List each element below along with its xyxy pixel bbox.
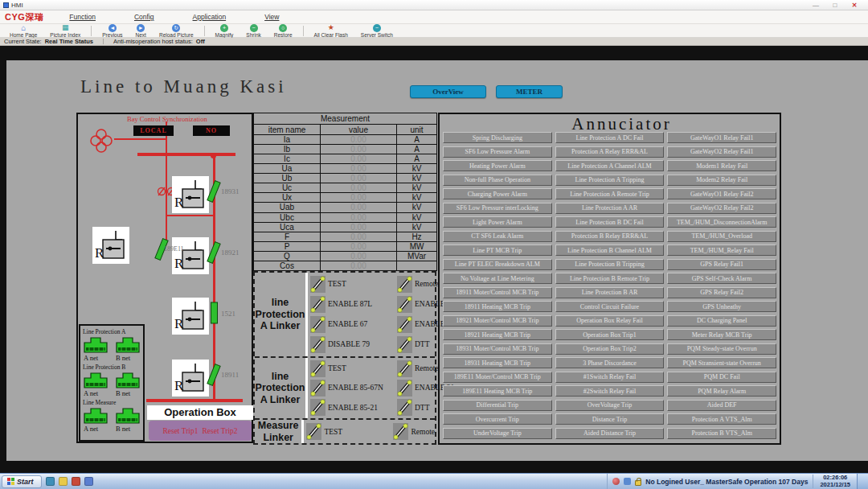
alarm-tile[interactable]: Line PT ELEC Breakdown ALM xyxy=(443,259,552,270)
alarm-tile[interactable]: GPS Relay Fail1 xyxy=(667,259,776,270)
alarm-tile[interactable]: Line Protection A Remote Trip xyxy=(555,188,665,199)
breaker-18931[interactable]: R xyxy=(172,176,209,213)
alarm-tile[interactable]: 189E11 Heating MCB Trip xyxy=(443,385,552,397)
alarm-tile[interactable]: 189E11 Moter/Control MCB Trip xyxy=(443,372,552,383)
alarm-tile[interactable]: Line Protection A DC Fail xyxy=(555,132,665,143)
alarm-tile[interactable]: Operation Box Trip1 xyxy=(555,329,665,340)
alarm-tile[interactable]: PQM Relay Alarm xyxy=(667,385,776,397)
alarm-tile[interactable]: Overcurrent Trip xyxy=(443,413,552,425)
quick-launch-icon[interactable] xyxy=(59,477,68,486)
alarm-tile[interactable]: Aided DEF xyxy=(667,400,776,411)
alarm-tile[interactable]: GateWayO1 Relay Fail1 xyxy=(667,132,776,143)
alarm-tile[interactable]: CT SF6 Leak Alarm xyxy=(443,231,552,242)
alarm-tile[interactable]: PQM Steady-state Overrun xyxy=(667,343,776,355)
quick-launch-icon[interactable] xyxy=(84,477,93,486)
alarm-tile[interactable]: Non-full Phase Operation xyxy=(443,175,552,186)
alarm-tile[interactable]: 3 Phase Discordance xyxy=(555,357,665,368)
alarm-tile[interactable]: Protection A VTS_Alm xyxy=(667,413,776,425)
minimize-button[interactable]: — xyxy=(810,2,821,9)
disconnector-18921-icon[interactable] xyxy=(207,240,221,265)
toolbar-button-next[interactable]: ►Next xyxy=(129,24,153,38)
toolbar-button-reload[interactable]: ↻Reload Picture xyxy=(153,24,200,38)
alarm-tile[interactable]: Protection A Relay ERR&AL xyxy=(555,146,665,158)
toolbar-button-magnify[interactable]: +Magnify xyxy=(209,24,240,38)
alarm-tile[interactable]: Meter Relay MCB Trip xyxy=(667,329,776,340)
alarm-tile[interactable]: 18921 Heating MCB Trip xyxy=(443,329,552,340)
linker-switch-icon[interactable] xyxy=(310,399,326,416)
alarm-tile[interactable]: Distance Trip xyxy=(555,413,665,425)
alarm-tile[interactable]: Modem2 Relay Fail xyxy=(667,175,776,186)
no-indicator[interactable]: NO xyxy=(193,125,230,136)
meter-button[interactable]: METER xyxy=(496,85,563,98)
linker-switch-icon[interactable] xyxy=(397,360,412,377)
alarm-tile[interactable]: Line Protection B Remote Trip xyxy=(555,273,665,284)
alarm-tile[interactable]: Line Protection A AR xyxy=(555,203,665,214)
alarm-tile[interactable]: Differential Trip xyxy=(443,400,552,411)
alarm-tile[interactable]: 18911 Moter/Control MCB Trip xyxy=(443,287,552,298)
alarm-tile[interactable]: 18931 Moter/Control MCB Trip xyxy=(443,343,552,355)
alarm-tile[interactable]: Modem1 Relay Fail xyxy=(667,160,776,171)
breaker-18911[interactable]: R xyxy=(172,360,209,397)
disconnector-1521-icon[interactable] xyxy=(207,302,222,324)
toolbar-button-server-switch[interactable]: −Server Switch xyxy=(354,24,399,38)
alarm-tile[interactable]: Aided Distance Trip xyxy=(555,428,665,439)
linker-switch-icon[interactable] xyxy=(310,296,326,313)
menu-item-view[interactable]: View xyxy=(264,13,279,21)
alarm-tile[interactable]: Operation Box Trip2 xyxy=(555,343,665,355)
disconnector-18911-icon[interactable] xyxy=(207,363,221,387)
linker-switch-icon[interactable] xyxy=(310,336,326,353)
local-indicator[interactable]: LOCAL xyxy=(133,125,174,136)
alarm-tile[interactable]: Line Protection B Channel ALM xyxy=(555,244,665,256)
alarm-tile[interactable]: Line Protection A Tripping xyxy=(555,175,665,186)
tray-alarm-icon[interactable] xyxy=(612,478,620,485)
tray-network-icon[interactable] xyxy=(624,478,631,485)
alarm-tile[interactable]: TEM_/HUM_Overload xyxy=(667,231,776,242)
alarm-tile[interactable]: Charging Power Alarm xyxy=(443,188,552,199)
linker-switch-icon[interactable] xyxy=(306,423,321,440)
alarm-tile[interactable]: OverVoltage Trip xyxy=(555,400,665,411)
linker-switch-icon[interactable] xyxy=(397,336,412,353)
alarm-tile[interactable]: GateWayO2 Relay Fail2 xyxy=(667,203,776,214)
alarm-tile[interactable]: Line PT MCB Trip xyxy=(443,244,552,256)
menu-item-config[interactable]: Config xyxy=(134,13,154,21)
alarm-tile[interactable]: SF6 Low Pressure interLocking xyxy=(443,203,552,214)
alarm-tile[interactable]: TEM_/HUM_Relay Fail xyxy=(667,244,776,256)
alarm-tile[interactable]: GPS Relay Fail2 xyxy=(667,287,776,298)
linker-switch-icon[interactable] xyxy=(310,316,326,333)
breaker-1521[interactable]: R xyxy=(172,298,209,335)
reset-trip-button[interactable]: Reset Trip1 xyxy=(162,427,198,435)
alarm-tile[interactable]: Line Protection B AR xyxy=(555,287,665,298)
alarm-tile[interactable]: Spring Discharging xyxy=(443,132,552,143)
close-button[interactable]: ✕ xyxy=(849,2,860,9)
linker-switch-icon[interactable] xyxy=(310,360,326,377)
alarm-tile[interactable]: Heating Power Alarm xyxy=(443,160,552,171)
linker-switch-icon[interactable] xyxy=(310,380,326,397)
menu-item-application[interactable]: Application xyxy=(193,13,227,21)
alarm-tile[interactable]: #1Switch Relay Fail xyxy=(555,372,665,383)
linker-switch-icon[interactable] xyxy=(310,276,326,293)
alarm-tile[interactable]: UnderVoltage Trip xyxy=(443,428,552,439)
alarm-tile[interactable]: No Voltage at Line Metering xyxy=(443,273,552,284)
disconnector-18931-icon[interactable] xyxy=(207,179,221,203)
alarm-tile[interactable]: PQM DC Fail xyxy=(667,372,776,383)
menu-item-function[interactable]: Function xyxy=(69,13,96,21)
alarm-tile[interactable]: Line Protection B Tripping xyxy=(555,259,665,270)
alarm-tile[interactable]: Operation Box Relay Fail xyxy=(555,315,665,327)
alarm-tile[interactable]: GPS Self-Check Alarm xyxy=(667,273,776,284)
breaker-18921[interactable]: R xyxy=(172,237,209,274)
linker-switch-icon[interactable] xyxy=(397,276,412,293)
alarm-tile[interactable]: #2Switch Relay Fail xyxy=(555,385,665,397)
show-desktop-button[interactable] xyxy=(857,474,868,489)
linker-switch-icon[interactable] xyxy=(397,296,412,313)
toolbar-button-picture-index[interactable]: ▦Picture Index xyxy=(43,24,87,38)
alarm-tile[interactable]: Protection B Relay ERR&AL xyxy=(555,231,665,242)
toolbar-button-shrink[interactable]: −Shrink xyxy=(240,24,267,38)
quick-launch-icon[interactable] xyxy=(46,477,55,486)
linker-switch-icon[interactable] xyxy=(397,399,412,416)
start-button[interactable]: Start xyxy=(2,475,42,488)
linker-switch-icon[interactable] xyxy=(393,423,408,440)
quick-launch-icon[interactable] xyxy=(72,477,80,486)
overview-button[interactable]: OverView xyxy=(410,85,486,98)
alarm-tile[interactable]: Protection B VTS_Alm xyxy=(667,428,776,439)
toolbar-button-clear-flash[interactable]: ★All Clear Flash xyxy=(308,24,354,38)
